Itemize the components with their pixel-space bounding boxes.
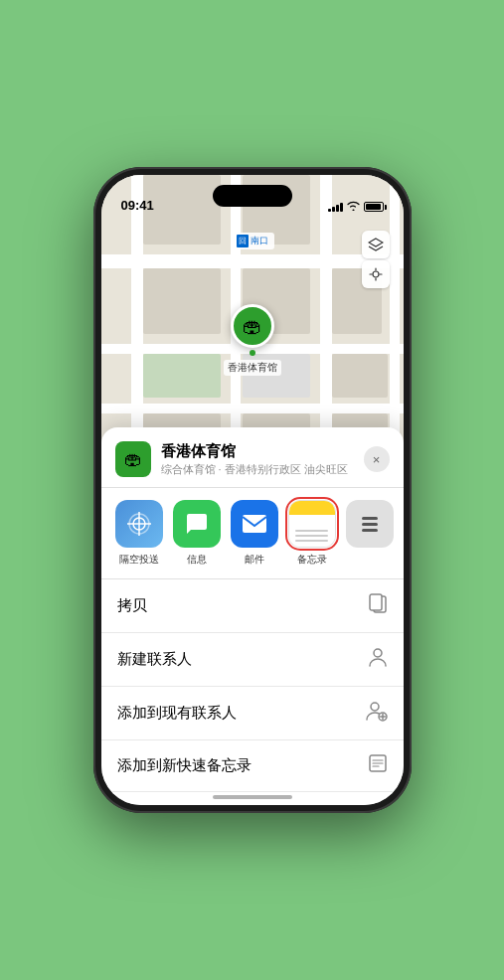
action-copy-label: 拷贝 (117, 596, 147, 615)
location-subtitle: 综合体育馆 · 香港特别行政区 油尖旺区 (161, 462, 354, 477)
map-layers-button[interactable] (362, 231, 390, 258)
bottom-sheet: 🏟 香港体育馆 综合体育馆 · 香港特别行政区 油尖旺区 × (101, 427, 404, 805)
phone-screen: 09:41 (101, 175, 404, 805)
action-quick-note[interactable]: 添加到新快速备忘录 (101, 740, 404, 792)
share-item-messages[interactable]: 信息 (173, 500, 221, 567)
messages-icon (173, 500, 221, 548)
more-icon (346, 500, 394, 548)
battery-icon (364, 202, 384, 212)
pin-label: 香港体育馆 (224, 360, 281, 376)
person-icon (368, 646, 388, 673)
notes-icon (288, 500, 336, 548)
messages-label: 信息 (187, 553, 207, 567)
svg-point-8 (374, 649, 382, 657)
map-label: 回 南口 (231, 233, 274, 249)
status-icons (328, 201, 384, 213)
action-add-contact[interactable]: 添加到现有联系人 (101, 687, 404, 740)
pin-dot (250, 350, 255, 356)
wifi-icon (347, 201, 360, 213)
location-name: 香港体育馆 (161, 442, 354, 461)
phone-frame: 09:41 (93, 167, 412, 813)
map-label-prefix: 回 (237, 235, 249, 247)
location-header: 🏟 香港体育馆 综合体育馆 · 香港特别行政区 油尖旺区 × (101, 427, 404, 488)
location-button[interactable] (362, 260, 390, 288)
copy-icon (368, 592, 388, 619)
person-add-icon (366, 700, 388, 727)
more-label: 提 (365, 553, 375, 567)
airdrop-label: 隔空投送 (119, 553, 159, 567)
close-button[interactable]: × (364, 446, 390, 472)
share-row: 隔空投送 信息 (101, 488, 404, 579)
action-add-contact-label: 添加到现有联系人 (117, 704, 237, 723)
action-new-contact-label: 新建联系人 (117, 650, 192, 669)
share-item-notes[interactable]: 备忘录 (288, 500, 336, 567)
svg-rect-5 (243, 515, 266, 533)
action-list: 拷贝 新建联系人 (101, 579, 404, 805)
svg-point-9 (371, 703, 379, 711)
mail-label: 邮件 (245, 553, 264, 567)
map-pin: 🏟 香港体育馆 (224, 304, 281, 376)
map-controls (362, 231, 390, 288)
share-item-mail[interactable]: 邮件 (231, 500, 278, 567)
location-venue-icon: 🏟 (115, 441, 151, 477)
share-item-airdrop[interactable]: 隔空投送 (115, 500, 163, 567)
action-quick-note-label: 添加到新快速备忘录 (117, 756, 252, 775)
mail-icon (231, 500, 278, 548)
airdrop-icon (115, 500, 163, 548)
action-copy[interactable]: 拷贝 (101, 579, 404, 633)
status-time: 09:41 (121, 198, 154, 213)
home-indicator (213, 795, 292, 799)
note-icon (368, 753, 388, 778)
notes-label: 备忘录 (297, 553, 327, 567)
svg-point-0 (373, 271, 379, 277)
svg-rect-7 (370, 594, 382, 610)
stadium-pin-icon: 🏟 (231, 304, 274, 348)
dynamic-island (213, 185, 292, 207)
signal-bars-icon (328, 202, 343, 212)
share-item-more[interactable]: 提 (346, 500, 394, 567)
location-info: 香港体育馆 综合体育馆 · 香港特别行政区 油尖旺区 (161, 442, 354, 477)
action-new-contact[interactable]: 新建联系人 (101, 633, 404, 687)
